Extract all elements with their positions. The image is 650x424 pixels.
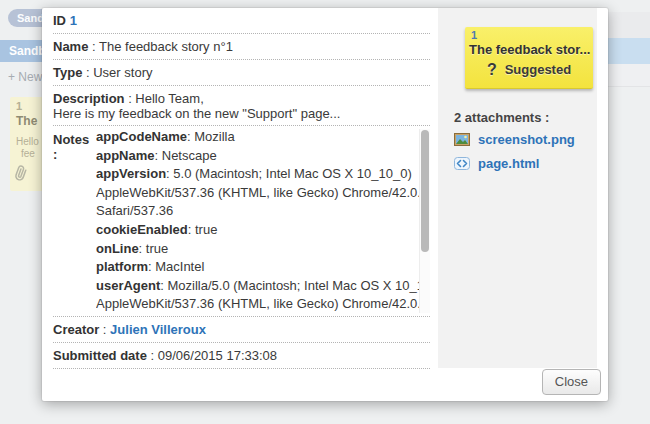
- submitted-date-value: 09/06/2015 17:33:08: [158, 348, 277, 363]
- note-line: appCodeName: Mozilla: [96, 128, 430, 147]
- field-type: Type : User story: [53, 60, 430, 86]
- creator-link[interactable]: Julien Villeroux: [110, 322, 206, 337]
- name-value: The feedback story n°1: [99, 39, 233, 54]
- note-line: appName: Netscape: [96, 147, 430, 166]
- image-icon: [454, 133, 470, 146]
- field-creator: Creator : Julien Villeroux: [53, 317, 430, 343]
- id-label: ID: [53, 13, 66, 28]
- story-id-link[interactable]: 1: [70, 13, 77, 28]
- background-card-title: The: [16, 114, 37, 128]
- note-line: AppleWebKit/537.36 (KHTML, like Gecko) C…: [96, 295, 430, 314]
- attachments-count-label: 2 attachments :: [454, 110, 549, 125]
- attachment-screenshot[interactable]: screenshot.png: [454, 132, 575, 147]
- description-label: Description: [53, 91, 125, 106]
- field-description: Description : Hello Team, Here is my fee…: [53, 86, 430, 126]
- description-line1: Hello Team,: [135, 91, 203, 106]
- name-label: Name: [53, 39, 88, 54]
- note-line: platform: MacIntel: [96, 258, 430, 277]
- notes-scroll-area[interactable]: appCodeName: Mozilla appName: Netscape a…: [95, 128, 430, 314]
- note-line: AppleWebKit/537.36 (KHTML, like Gecko) C…: [96, 184, 430, 203]
- note-line: onLine: true: [96, 240, 430, 259]
- suggested-state-icon: ?: [487, 61, 497, 78]
- story-preview-panel: 1 The feedback stor... ?Suggested 2 atta…: [438, 8, 597, 368]
- note-line: appVersion: 5.0 (Macintosh; Intel Mac OS…: [96, 165, 430, 184]
- field-notes: Notes : appCodeName: Mozilla appName: Ne…: [53, 126, 430, 317]
- attachment-link[interactable]: screenshot.png: [478, 132, 575, 147]
- code-icon: [454, 157, 470, 170]
- attachment-link[interactable]: page.html: [478, 156, 539, 171]
- close-button[interactable]: Close: [542, 369, 601, 395]
- paperclip-icon: [11, 163, 33, 187]
- story-details: ID 1 Name : The feedback story n°1 Type …: [42, 8, 438, 369]
- background-card-id: 1: [16, 100, 22, 112]
- new-story-label: + New: [8, 70, 42, 84]
- field-name: Name : The feedback story n°1: [53, 34, 430, 60]
- notes-scrollbar[interactable]: [419, 129, 430, 313]
- description-line2: Here is my feedback on the new "Support"…: [53, 106, 430, 121]
- state-label: Suggested: [505, 62, 571, 77]
- story-card-state: ?Suggested: [465, 61, 593, 79]
- note-line: Safari/537.36: [96, 202, 430, 221]
- story-card-title: The feedback stor...: [465, 42, 593, 57]
- background-card-text: Hello: [16, 136, 39, 147]
- feedback-story-modal: ID 1 Name : The feedback story n°1 Type …: [42, 8, 608, 401]
- notes-label: Notes: [53, 132, 89, 147]
- submitted-date-label: Submitted date: [53, 348, 147, 363]
- note-line: userAgent: Mozilla/5.0 (Macintosh; Intel…: [96, 277, 430, 296]
- attachment-page[interactable]: page.html: [454, 156, 539, 171]
- type-value: User story: [93, 65, 152, 80]
- story-card-id: 1: [471, 29, 477, 41]
- field-id: ID 1: [53, 8, 430, 34]
- creator-label: Creator: [53, 322, 99, 337]
- background-card-text: fee: [21, 148, 35, 159]
- note-line: cookieEnabled: true: [96, 221, 430, 240]
- field-submitted-date: Submitted date : 09/06/2015 17:33:08: [53, 343, 430, 369]
- story-card-preview: 1 The feedback stor... ?Suggested: [465, 27, 593, 89]
- type-label: Type: [53, 65, 82, 80]
- notes-scrollbar-thumb[interactable]: [421, 130, 429, 252]
- background-story-card: 1 The Hello fee: [10, 97, 46, 191]
